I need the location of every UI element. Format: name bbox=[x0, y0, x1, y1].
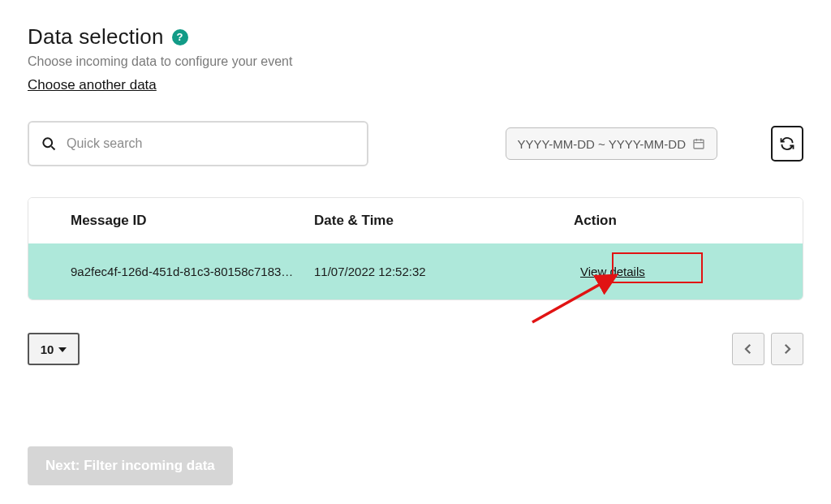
table-row[interactable]: 9a2fec4f-126d-451d-81c3-80158c7183… 11/0… bbox=[28, 243, 803, 299]
svg-point-0 bbox=[43, 138, 52, 147]
prev-page-button[interactable] bbox=[732, 333, 764, 365]
choose-another-data-link[interactable]: Choose another data bbox=[28, 77, 157, 93]
next-step-button[interactable]: Next: Filter incoming data bbox=[28, 446, 233, 485]
search-field[interactable] bbox=[28, 121, 368, 166]
date-range-picker[interactable]: YYYY-MM-DD ~ YYYY-MM-DD bbox=[506, 127, 717, 160]
page-subtitle: Choose incoming data to configure your e… bbox=[28, 54, 803, 69]
help-icon[interactable]: ? bbox=[172, 29, 188, 45]
caret-down-icon bbox=[58, 347, 67, 352]
table-header-row: Message ID Date & Time Action bbox=[28, 198, 803, 243]
refresh-icon bbox=[779, 136, 795, 152]
chevron-left-icon bbox=[741, 342, 756, 356]
chevron-right-icon bbox=[780, 342, 794, 356]
cell-date-time: 11/07/2022 12:52:32 bbox=[314, 265, 525, 278]
next-page-button[interactable] bbox=[771, 333, 803, 365]
date-range-placeholder: YYYY-MM-DD ~ YYYY-MM-DD bbox=[518, 137, 686, 151]
page-title: Data selection bbox=[28, 24, 164, 50]
cell-message-id: 9a2fec4f-126d-451d-81c3-80158c7183… bbox=[71, 265, 314, 278]
column-header-action: Action bbox=[525, 213, 671, 229]
page-size-value: 10 bbox=[41, 342, 54, 356]
svg-rect-2 bbox=[694, 140, 704, 149]
refresh-button[interactable] bbox=[771, 126, 803, 162]
data-table: Message ID Date & Time Action 9a2fec4f-1… bbox=[28, 197, 803, 300]
svg-line-1 bbox=[51, 146, 54, 149]
search-input[interactable] bbox=[67, 136, 355, 151]
page-size-select[interactable]: 10 bbox=[28, 333, 80, 365]
column-header-date-time: Date & Time bbox=[314, 213, 525, 229]
view-details-link[interactable]: View details bbox=[574, 261, 652, 282]
calendar-icon bbox=[692, 137, 705, 150]
search-icon bbox=[41, 136, 57, 152]
next-step-label: Next: Filter incoming data bbox=[45, 458, 215, 474]
column-header-message-id: Message ID bbox=[71, 213, 314, 229]
